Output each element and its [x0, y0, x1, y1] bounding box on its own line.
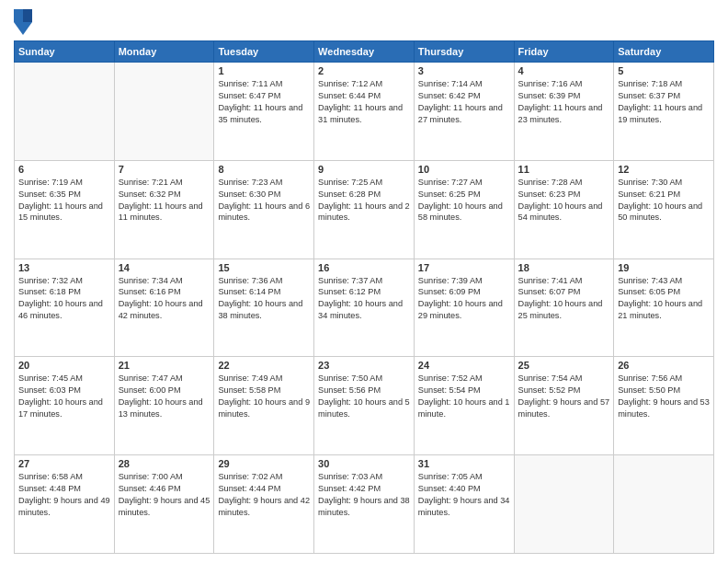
- calendar-week-row: 20Sunrise: 7:45 AM Sunset: 6:03 PM Dayli…: [15, 357, 714, 455]
- day-number: 30: [318, 458, 410, 469]
- calendar-day-cell: [15, 63, 115, 161]
- day-number: 25: [518, 360, 610, 371]
- day-of-week-header: Monday: [114, 41, 214, 63]
- calendar-day-cell: 5Sunrise: 7:18 AM Sunset: 6:37 PM Daylig…: [614, 63, 714, 161]
- page: SundayMondayTuesdayWednesdayThursdayFrid…: [0, 0, 728, 563]
- day-number: 22: [218, 360, 310, 371]
- day-info: Sunrise: 7:05 AM Sunset: 4:40 PM Dayligh…: [418, 471, 510, 519]
- day-info: Sunrise: 7:16 AM Sunset: 6:39 PM Dayligh…: [518, 78, 610, 126]
- logo: [14, 9, 36, 35]
- day-of-week-header: Sunday: [15, 41, 115, 63]
- day-number: 21: [119, 360, 210, 371]
- calendar-week-row: 6Sunrise: 7:19 AM Sunset: 6:35 PM Daylig…: [15, 160, 714, 259]
- header: [14, 9, 714, 35]
- calendar-day-cell: 31Sunrise: 7:05 AM Sunset: 4:40 PM Dayli…: [414, 455, 514, 554]
- day-info: Sunrise: 7:32 AM Sunset: 6:18 PM Dayligh…: [18, 275, 110, 323]
- day-info: Sunrise: 6:58 AM Sunset: 4:48 PM Dayligh…: [18, 471, 110, 519]
- day-number: 20: [18, 360, 110, 371]
- day-of-week-header: Tuesday: [214, 41, 314, 63]
- day-number: 23: [318, 360, 410, 371]
- calendar-day-cell: 4Sunrise: 7:16 AM Sunset: 6:39 PM Daylig…: [514, 63, 614, 161]
- day-info: Sunrise: 7:11 AM Sunset: 6:47 PM Dayligh…: [218, 78, 310, 126]
- day-info: Sunrise: 7:43 AM Sunset: 6:05 PM Dayligh…: [618, 275, 710, 323]
- calendar-day-cell: 22Sunrise: 7:49 AM Sunset: 5:58 PM Dayli…: [214, 357, 314, 455]
- day-info: Sunrise: 7:50 AM Sunset: 5:56 PM Dayligh…: [318, 373, 410, 420]
- calendar-day-cell: [114, 63, 214, 161]
- calendar-week-row: 13Sunrise: 7:32 AM Sunset: 6:18 PM Dayli…: [15, 259, 714, 357]
- day-info: Sunrise: 7:28 AM Sunset: 6:23 PM Dayligh…: [518, 177, 610, 224]
- day-number: 7: [119, 164, 210, 175]
- day-number: 26: [618, 360, 710, 371]
- calendar-day-cell: 23Sunrise: 7:50 AM Sunset: 5:56 PM Dayli…: [314, 357, 415, 455]
- day-number: 28: [119, 458, 210, 469]
- day-number: 29: [218, 458, 310, 469]
- calendar-day-cell: 28Sunrise: 7:00 AM Sunset: 4:46 PM Dayli…: [114, 455, 214, 554]
- day-number: 16: [318, 262, 410, 273]
- day-number: 1: [218, 65, 310, 76]
- calendar-table: SundayMondayTuesdayWednesdayThursdayFrid…: [14, 40, 714, 554]
- calendar-day-cell: 15Sunrise: 7:36 AM Sunset: 6:14 PM Dayli…: [214, 259, 314, 357]
- day-number: 2: [318, 65, 410, 76]
- calendar-day-cell: 29Sunrise: 7:02 AM Sunset: 4:44 PM Dayli…: [214, 455, 314, 554]
- calendar-day-cell: 9Sunrise: 7:25 AM Sunset: 6:28 PM Daylig…: [314, 160, 415, 259]
- calendar-week-row: 1Sunrise: 7:11 AM Sunset: 6:47 PM Daylig…: [15, 63, 714, 161]
- calendar-day-cell: 14Sunrise: 7:34 AM Sunset: 6:16 PM Dayli…: [114, 259, 214, 357]
- day-info: Sunrise: 7:34 AM Sunset: 6:16 PM Dayligh…: [119, 275, 210, 323]
- calendar-day-cell: [614, 455, 714, 554]
- day-of-week-header: Saturday: [614, 41, 714, 63]
- day-info: Sunrise: 7:45 AM Sunset: 6:03 PM Dayligh…: [18, 373, 110, 420]
- calendar-day-cell: 1Sunrise: 7:11 AM Sunset: 6:47 PM Daylig…: [214, 63, 314, 161]
- day-info: Sunrise: 7:21 AM Sunset: 6:32 PM Dayligh…: [119, 177, 210, 224]
- day-of-week-header: Thursday: [414, 41, 514, 63]
- day-info: Sunrise: 7:52 AM Sunset: 5:54 PM Dayligh…: [418, 373, 510, 420]
- day-info: Sunrise: 7:49 AM Sunset: 5:58 PM Dayligh…: [218, 373, 310, 420]
- day-info: Sunrise: 7:18 AM Sunset: 6:37 PM Dayligh…: [618, 78, 710, 126]
- calendar-day-cell: 27Sunrise: 6:58 AM Sunset: 4:48 PM Dayli…: [15, 455, 115, 554]
- day-number: 5: [618, 65, 710, 76]
- calendar-day-cell: [514, 455, 614, 554]
- day-info: Sunrise: 7:39 AM Sunset: 6:09 PM Dayligh…: [418, 275, 510, 323]
- day-info: Sunrise: 7:14 AM Sunset: 6:42 PM Dayligh…: [418, 78, 510, 126]
- day-of-week-header: Friday: [514, 41, 614, 63]
- calendar-day-cell: 8Sunrise: 7:23 AM Sunset: 6:30 PM Daylig…: [214, 160, 314, 259]
- calendar-week-row: 27Sunrise: 6:58 AM Sunset: 4:48 PM Dayli…: [15, 455, 714, 554]
- calendar-day-cell: 6Sunrise: 7:19 AM Sunset: 6:35 PM Daylig…: [15, 160, 115, 259]
- calendar-day-cell: 19Sunrise: 7:43 AM Sunset: 6:05 PM Dayli…: [614, 259, 714, 357]
- calendar-day-cell: 7Sunrise: 7:21 AM Sunset: 6:32 PM Daylig…: [114, 160, 214, 259]
- calendar-day-cell: 30Sunrise: 7:03 AM Sunset: 4:42 PM Dayli…: [314, 455, 415, 554]
- day-number: 15: [218, 262, 310, 273]
- svg-marker-1: [23, 9, 32, 22]
- day-info: Sunrise: 7:37 AM Sunset: 6:12 PM Dayligh…: [318, 275, 410, 323]
- calendar-header-row: SundayMondayTuesdayWednesdayThursdayFrid…: [15, 41, 714, 63]
- day-number: 14: [119, 262, 210, 273]
- calendar-day-cell: 12Sunrise: 7:30 AM Sunset: 6:21 PM Dayli…: [614, 160, 714, 259]
- day-number: 17: [418, 262, 510, 273]
- day-info: Sunrise: 7:25 AM Sunset: 6:28 PM Dayligh…: [318, 177, 410, 224]
- calendar-day-cell: 26Sunrise: 7:56 AM Sunset: 5:50 PM Dayli…: [614, 357, 714, 455]
- day-number: 19: [618, 262, 710, 273]
- day-number: 9: [318, 164, 410, 175]
- day-info: Sunrise: 7:19 AM Sunset: 6:35 PM Dayligh…: [18, 177, 110, 224]
- day-info: Sunrise: 7:47 AM Sunset: 6:00 PM Dayligh…: [119, 373, 210, 420]
- calendar-day-cell: 25Sunrise: 7:54 AM Sunset: 5:52 PM Dayli…: [514, 357, 614, 455]
- day-info: Sunrise: 7:30 AM Sunset: 6:21 PM Dayligh…: [618, 177, 710, 224]
- calendar-day-cell: 24Sunrise: 7:52 AM Sunset: 5:54 PM Dayli…: [414, 357, 514, 455]
- day-number: 8: [218, 164, 310, 175]
- day-number: 27: [18, 458, 110, 469]
- day-info: Sunrise: 7:00 AM Sunset: 4:46 PM Dayligh…: [119, 471, 210, 519]
- day-info: Sunrise: 7:41 AM Sunset: 6:07 PM Dayligh…: [518, 275, 610, 323]
- day-number: 10: [418, 164, 510, 175]
- day-info: Sunrise: 7:54 AM Sunset: 5:52 PM Dayligh…: [518, 373, 610, 420]
- logo-icon: [14, 9, 32, 35]
- day-info: Sunrise: 7:27 AM Sunset: 6:25 PM Dayligh…: [418, 177, 510, 224]
- day-info: Sunrise: 7:23 AM Sunset: 6:30 PM Dayligh…: [218, 177, 310, 224]
- calendar-day-cell: 13Sunrise: 7:32 AM Sunset: 6:18 PM Dayli…: [15, 259, 115, 357]
- day-number: 4: [518, 65, 610, 76]
- day-of-week-header: Wednesday: [314, 41, 415, 63]
- calendar-day-cell: 11Sunrise: 7:28 AM Sunset: 6:23 PM Dayli…: [514, 160, 614, 259]
- day-number: 18: [518, 262, 610, 273]
- day-number: 31: [418, 458, 510, 469]
- calendar-day-cell: 3Sunrise: 7:14 AM Sunset: 6:42 PM Daylig…: [414, 63, 514, 161]
- calendar-day-cell: 21Sunrise: 7:47 AM Sunset: 6:00 PM Dayli…: [114, 357, 214, 455]
- calendar-day-cell: 20Sunrise: 7:45 AM Sunset: 6:03 PM Dayli…: [15, 357, 115, 455]
